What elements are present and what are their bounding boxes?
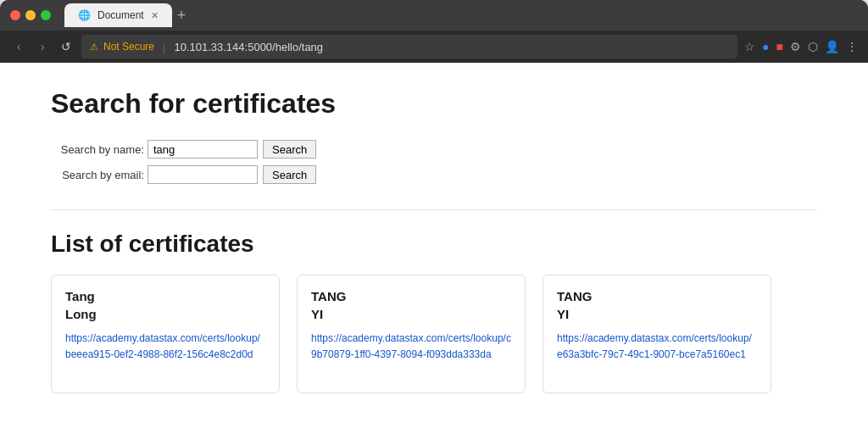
search-email-row: Search by email: Search	[51, 165, 817, 184]
bookmark-icon[interactable]: ☆	[744, 40, 755, 53]
cert-card-1: TANG YI https://academy.datastax.com/cer…	[297, 275, 526, 393]
address-separator: |	[163, 41, 165, 53]
tab-bar: 🌐 Document ✕ +	[64, 3, 858, 27]
active-tab[interactable]: 🌐 Document ✕	[64, 3, 172, 27]
back-button[interactable]: ‹	[10, 40, 27, 53]
certificates-list: Tang Long https://academy.datastax.com/c…	[51, 275, 817, 393]
search-email-input[interactable]	[147, 165, 258, 184]
cert-first-name-1: TANG	[311, 289, 511, 303]
address-bar[interactable]: ⚠ Not Secure | 10.101.33.144:5000/hello/…	[81, 35, 737, 58]
account-icon[interactable]: 👤	[825, 40, 839, 53]
maximize-window-button[interactable]	[41, 10, 51, 20]
address-text: 10.101.33.144:5000/hello/tang	[174, 41, 323, 53]
traffic-lights	[10, 10, 51, 20]
cert-card-2: TANG YI https://academy.datastax.com/cer…	[542, 275, 771, 393]
cert-first-name-0: Tang	[65, 289, 265, 303]
cert-card-0: Tang Long https://academy.datastax.com/c…	[51, 275, 280, 393]
search-email-button[interactable]: Search	[263, 165, 316, 184]
cert-link-1[interactable]: https://academy.datastax.com/certs/looku…	[311, 332, 511, 360]
security-warning-icon: ⚠	[90, 42, 98, 53]
section-divider	[51, 209, 817, 210]
address-bar-row: ‹ › ↺ ⚠ Not Secure | 10.101.33.144:5000/…	[0, 31, 868, 63]
cert-link-0[interactable]: https://academy.datastax.com/certs/looku…	[65, 332, 260, 360]
page-content: Search for certificates Search by name: …	[0, 63, 868, 434]
extensions-icon[interactable]: ⬡	[808, 40, 818, 53]
tab-title: Document	[97, 9, 144, 21]
close-window-button[interactable]	[10, 10, 20, 20]
cert-link-2[interactable]: https://academy.datastax.com/certs/looku…	[557, 332, 752, 360]
search-form: Search by name: Search Search by email: …	[51, 140, 817, 184]
search-name-button[interactable]: Search	[263, 140, 316, 159]
cert-first-name-2: TANG	[557, 289, 757, 303]
settings-icon[interactable]: ⚙	[790, 40, 801, 53]
tab-favicon: 🌐	[78, 9, 91, 21]
new-tab-button[interactable]: +	[177, 7, 186, 25]
security-label: Not Secure	[103, 41, 154, 53]
minimize-window-button[interactable]	[25, 10, 36, 20]
title-bar: 🌐 Document ✕ +	[0, 0, 868, 31]
cert-last-name-2: YI	[557, 307, 757, 321]
menu-icon[interactable]: ⋮	[846, 40, 858, 53]
tab-close-button[interactable]: ✕	[151, 10, 159, 21]
page-title: Search for certificates	[51, 88, 817, 120]
cert-last-name-1: YI	[311, 307, 511, 321]
list-title: List of certificates	[51, 231, 817, 258]
search-name-row: Search by name: Search	[51, 140, 817, 159]
extension-icon[interactable]: ■	[776, 40, 783, 53]
search-name-input[interactable]	[147, 140, 258, 159]
cert-last-name-0: Long	[65, 307, 265, 321]
refresh-button[interactable]: ↺	[58, 40, 75, 53]
search-email-label: Search by email:	[51, 169, 144, 181]
profile-icon[interactable]: ●	[762, 40, 769, 53]
search-name-label: Search by name:	[51, 143, 144, 156]
forward-button[interactable]: ›	[34, 40, 51, 53]
